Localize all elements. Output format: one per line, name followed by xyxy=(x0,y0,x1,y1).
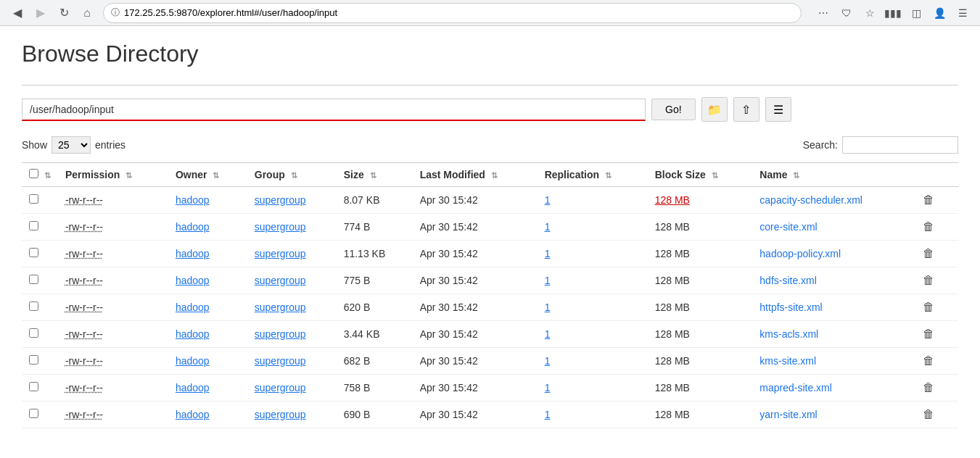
row-blocksize-7: 128 MB xyxy=(648,375,753,401)
owner-link-5[interactable]: hadoop xyxy=(176,328,210,340)
sidebar-button[interactable]: ◫ xyxy=(906,3,926,23)
group-link-1[interactable]: supergroup xyxy=(255,221,306,233)
row-checkbox-5[interactable] xyxy=(29,328,38,338)
home-button[interactable]: ⌂ xyxy=(77,3,97,23)
delete-button-0[interactable]: 🗑 xyxy=(918,192,939,208)
replication-link-8[interactable]: 1 xyxy=(545,409,551,420)
owner-link-2[interactable]: hadoop xyxy=(176,248,210,259)
row-owner-4: hadoop xyxy=(168,294,247,321)
file-link-7[interactable]: mapred-site.xml xyxy=(759,382,832,394)
row-checkbox-2[interactable] xyxy=(29,248,38,257)
path-input[interactable] xyxy=(22,99,646,121)
delete-button-5[interactable]: 🗑 xyxy=(918,326,939,342)
delete-button-2[interactable]: 🗑 xyxy=(918,246,939,262)
go-button[interactable]: Go! xyxy=(651,99,696,120)
delete-button-6[interactable]: 🗑 xyxy=(918,353,939,369)
replication-link-1[interactable]: 1 xyxy=(545,221,551,233)
replication-link-4[interactable]: 1 xyxy=(545,301,551,313)
delete-button-8[interactable]: 🗑 xyxy=(918,407,939,422)
owner-link-8[interactable]: hadoop xyxy=(176,409,210,420)
select-all-checkbox[interactable] xyxy=(29,169,38,178)
library-button[interactable]: ▮▮▮ xyxy=(883,3,903,23)
sort-icon-block-size[interactable]: ⇅ xyxy=(712,171,718,180)
group-link-4[interactable]: supergroup xyxy=(255,301,306,313)
search-input[interactable] xyxy=(842,136,958,154)
owner-link-4[interactable]: hadoop xyxy=(176,301,210,313)
file-link-4[interactable]: httpfs-site.xml xyxy=(759,301,822,313)
sort-icon-last-modified[interactable]: ⇅ xyxy=(491,171,498,180)
replication-link-7[interactable]: 1 xyxy=(545,382,551,394)
upload-icon-button[interactable]: ⇧ xyxy=(733,97,759,122)
bookmark-button[interactable]: ☆ xyxy=(860,3,880,23)
owner-link-7[interactable]: hadoop xyxy=(176,382,210,394)
row-checkbox-1[interactable] xyxy=(29,221,38,230)
owner-link-6[interactable]: hadoop xyxy=(176,355,210,367)
group-link-0[interactable]: supergroup xyxy=(255,194,306,206)
file-link-5[interactable]: kms-acls.xml xyxy=(759,328,818,340)
sort-icon-group[interactable]: ⇅ xyxy=(291,171,297,180)
row-replication-1: 1 xyxy=(538,214,648,241)
row-blocksize-3: 128 MB xyxy=(648,267,753,294)
shield-button[interactable]: 🛡 xyxy=(836,3,857,23)
delete-button-3[interactable]: 🗑 xyxy=(918,272,939,288)
profile-button[interactable]: 👤 xyxy=(929,3,950,23)
sort-icon-owner[interactable]: ⇅ xyxy=(213,171,219,180)
file-link-2[interactable]: hadoop-policy.xml xyxy=(759,248,841,259)
group-link-6[interactable]: supergroup xyxy=(255,355,306,367)
sort-icon-replication[interactable]: ⇅ xyxy=(605,171,612,180)
forward-button[interactable]: ▶ xyxy=(30,3,51,23)
row-delete-4: 🗑 xyxy=(911,294,958,321)
back-button[interactable]: ◀ xyxy=(7,3,28,23)
row-modified-4: Apr 30 15:42 xyxy=(413,294,538,321)
browser-menu-button[interactable]: ⋯ xyxy=(813,3,833,23)
file-link-8[interactable]: yarn-site.xml xyxy=(759,409,817,420)
row-name-0: capacity-scheduler.xml xyxy=(752,187,911,214)
list-icon-button[interactable]: ☰ xyxy=(765,97,791,122)
entries-select[interactable]: 10 25 50 100 xyxy=(52,136,91,154)
replication-link-6[interactable]: 1 xyxy=(545,355,551,367)
reload-button[interactable]: ↻ xyxy=(54,3,74,23)
table-row: -rw-r--r-- hadoop supergroup 3.44 KB Apr… xyxy=(22,321,958,348)
owner-link-1[interactable]: hadoop xyxy=(176,221,210,233)
folder-icon-button[interactable]: 📁 xyxy=(701,97,728,122)
row-checkbox-6[interactable] xyxy=(29,355,38,365)
row-checkbox-8[interactable] xyxy=(29,409,38,418)
file-link-3[interactable]: hdfs-site.xml xyxy=(759,275,817,286)
hamburger-button[interactable]: ☰ xyxy=(952,3,973,23)
replication-link-2[interactable]: 1 xyxy=(545,248,551,259)
file-link-0[interactable]: capacity-scheduler.xml xyxy=(759,194,862,206)
delete-button-4[interactable]: 🗑 xyxy=(918,299,939,315)
owner-link-3[interactable]: hadoop xyxy=(176,275,210,286)
row-replication-7: 1 xyxy=(538,375,648,401)
row-checkbox-3[interactable] xyxy=(29,275,38,284)
group-link-3[interactable]: supergroup xyxy=(255,275,306,286)
group-link-5[interactable]: supergroup xyxy=(255,328,306,340)
row-checkbox-4[interactable] xyxy=(29,301,38,311)
header-group: Group ⇅ xyxy=(247,163,337,187)
delete-button-1[interactable]: 🗑 xyxy=(918,219,939,235)
row-name-4: httpfs-site.xml xyxy=(752,294,911,321)
table-row: -rw-r--r-- hadoop supergroup 682 B Apr 3… xyxy=(22,348,958,375)
row-size-8: 690 B xyxy=(337,401,413,428)
row-owner-8: hadoop xyxy=(168,401,247,428)
row-checkbox-0[interactable] xyxy=(29,194,38,204)
sort-icon-size[interactable]: ⇅ xyxy=(370,171,376,180)
group-link-2[interactable]: supergroup xyxy=(255,248,306,259)
owner-link-0[interactable]: hadoop xyxy=(176,194,210,206)
replication-link-5[interactable]: 1 xyxy=(545,328,551,340)
row-checkbox-7[interactable] xyxy=(29,382,38,391)
file-link-1[interactable]: core-site.xml xyxy=(759,221,817,233)
row-group-5: supergroup xyxy=(247,321,337,348)
address-input[interactable] xyxy=(124,7,794,18)
row-group-3: supergroup xyxy=(247,267,337,294)
delete-button-7[interactable]: 🗑 xyxy=(918,380,939,396)
sort-icon-name[interactable]: ⇅ xyxy=(793,171,799,180)
replication-link-0[interactable]: 1 xyxy=(545,194,551,206)
file-link-6[interactable]: kms-site.xml xyxy=(759,355,816,367)
group-link-8[interactable]: supergroup xyxy=(255,409,306,420)
replication-link-3[interactable]: 1 xyxy=(545,275,551,286)
row-permission-6: -rw-r--r-- xyxy=(58,348,168,375)
sort-icon-permission[interactable]: ⇅ xyxy=(125,171,132,180)
row-size-3: 775 B xyxy=(337,267,413,294)
group-link-7[interactable]: supergroup xyxy=(255,382,306,394)
